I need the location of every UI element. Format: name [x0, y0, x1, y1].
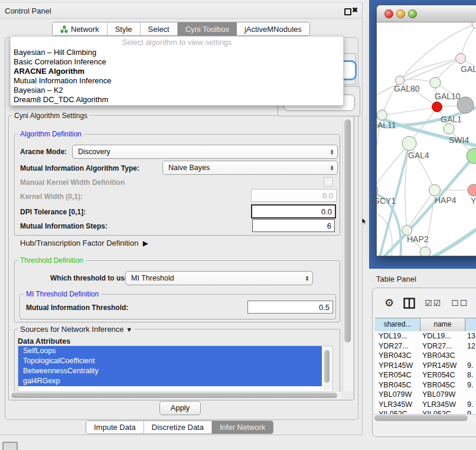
table-row[interactable]: YBR045CYBR045C9. [375, 380, 476, 390]
mi-steps-field[interactable] [252, 219, 335, 232]
tab-style[interactable]: Style [107, 22, 141, 35]
bottom-left-corner-icon[interactable] [2, 442, 18, 450]
aracne-mode-label: Aracne Mode: [20, 148, 67, 156]
network-window-titlebar[interactable] [377, 5, 476, 22]
tab-jactivemnodules[interactable]: jActiveMNodules [237, 22, 309, 35]
node-hap2[interactable] [402, 226, 412, 236]
mouse-cursor [361, 217, 367, 226]
table-panel-title: Table Panel [376, 275, 416, 283]
algorithm-definition-title: Algorithm Definition [18, 130, 84, 138]
table-row[interactable]: YBL079WYBL079W [375, 390, 476, 400]
node-label-hap2: HAP2 [407, 234, 429, 244]
node-label-gal80: GAL80 [394, 84, 420, 93]
hub-definition-toggle[interactable]: Hub/Transcription Factor Definition ▶ [20, 239, 148, 247]
tab-discretize-data[interactable]: Discretize Data [144, 421, 212, 433]
node-label-swi4: SWI4 [449, 135, 469, 145]
settings-hscrollbar-thumb[interactable] [11, 393, 337, 398]
table-body: YDL19...YDL19...13 YDR27...YDR27...12 YB… [375, 331, 476, 414]
unselect-all-checkboxes-icon[interactable]: ☐☐ [451, 298, 468, 308]
node-swi4[interactable] [444, 123, 454, 134]
node-label-gal2: GAL [461, 64, 476, 74]
edge [407, 190, 435, 230]
dropdown-item-dream8[interactable]: Dream8 DC_TDC Algorithm [11, 95, 343, 105]
combo-spinner-icon: ▲▼ [302, 275, 312, 281]
node[interactable] [472, 22, 476, 29]
dropdown-item-basic-correlation[interactable]: Basic Correlation Inference [11, 57, 343, 67]
dpi-tolerance-label: DPI Tolerance [0,1]: [20, 208, 86, 216]
node-salmon[interactable] [468, 184, 476, 196]
node-gal4[interactable] [402, 136, 416, 151]
gear-icon[interactable]: ⚙ [384, 296, 394, 309]
dpi-tolerance-field[interactable] [251, 204, 336, 219]
which-threshold-combobox[interactable]: MI Threshold ▲▼ [125, 271, 313, 285]
tab-infer-network[interactable]: Infer Network [212, 421, 273, 433]
control-panel-titlebar: Control Panel ✖ [0, 3, 362, 19]
minimize-traffic-light[interactable] [396, 9, 405, 18]
column-header-shared-name[interactable]: shared... [375, 318, 420, 331]
cyni-algorithm-settings-title: Cyni Algorithm Settings [12, 112, 90, 120]
list-scrollbar-thumb[interactable] [324, 350, 330, 383]
tab-cyni-toolbox[interactable]: Cyni Toolbox [178, 22, 237, 35]
control-panel-title: Control Panel [5, 6, 51, 15]
table-row[interactable]: YER054CYER054C8. [375, 370, 476, 380]
tab-select[interactable]: Select [141, 22, 178, 35]
mi-steps-label: Mutual Information Steps: [20, 222, 107, 230]
table-row[interactable]: YIL052CYIL052C9 [375, 409, 476, 414]
columns-icon[interactable] [403, 298, 415, 309]
dropdown-item-mutual-information[interactable]: Mutual Information Inference [11, 76, 343, 86]
list-item-topologicalcoefficient[interactable]: TopologicalCoefficient [18, 356, 322, 366]
list-item-selfloops[interactable]: SelfLoops [18, 346, 322, 356]
table-hscrollbar-thumb[interactable] [374, 415, 468, 421]
node[interactable] [420, 247, 431, 256]
dropdown-item-bayesian-hill-climbing[interactable]: Bayesian – Hill Climbing [11, 48, 343, 57]
kernel-width-label: Kernel Width (0,1): [20, 193, 83, 201]
control-panel-window: Control Panel ✖ Network Style Select Cyn… [0, 2, 363, 435]
bottom-tabbar: Impute Data Discretize Data Infer Networ… [86, 420, 273, 434]
node-gal11[interactable] [377, 110, 387, 120]
node-gal1[interactable] [432, 102, 442, 112]
close-traffic-light[interactable] [384, 9, 393, 18]
kernel-width-field[interactable] [251, 189, 337, 202]
table-row[interactable]: YDL19...YDL19...13 [375, 331, 476, 341]
node-label-gal4: GAL4 [408, 151, 429, 160]
table-row[interactable]: YDR27...YDR27...12 [375, 341, 476, 351]
aracne-mode-combobox[interactable]: Discovery ▲▼ [72, 145, 338, 159]
mi-threshold-label: Mutual Information Threshold: [26, 304, 128, 312]
column-header-3[interactable] [465, 318, 476, 331]
screen: Control Panel ✖ Network Style Select Cyn… [0, 0, 476, 450]
manual-kernel-width-checkbox[interactable] [324, 177, 333, 187]
network-window[interactable] [376, 5, 476, 256]
column-header-name[interactable]: name [420, 318, 465, 331]
float-window-icon[interactable] [344, 8, 351, 15]
mi-algorithm-type-label: Mutual Information Algorithm Type: [20, 164, 139, 172]
node-hap4[interactable] [429, 185, 441, 196]
network-icon [60, 25, 68, 33]
table-panel-window: ⚙ ☑☑ ☐☐ shared... name YDL19...YDL19...1… [372, 288, 476, 437]
edge [382, 107, 437, 115]
tab-impute-data[interactable]: Impute Data [86, 421, 144, 433]
close-icon[interactable]: ✖ [352, 6, 358, 14]
list-item-betweennesscentrality[interactable]: BetweennessCentrality [18, 366, 322, 376]
zoom-traffic-light[interactable] [408, 9, 417, 18]
mi-threshold-definition-title: MI Threshold Definition [24, 290, 101, 298]
mi-algorithm-type-combobox[interactable]: Naive Bayes ▲▼ [162, 161, 338, 175]
list-item-gal4rgexp[interactable]: gal4RGexp [18, 376, 322, 386]
table-row[interactable]: YLR345WYLR345W9. [375, 400, 476, 410]
tab-network[interactable]: Network [53, 22, 107, 35]
select-all-checkboxes-icon[interactable]: ☑☑ [425, 298, 442, 308]
table-row[interactable]: YBR043CYBR043C [375, 351, 476, 361]
node-gal10[interactable] [430, 77, 441, 88]
settings-vscrollbar-thumb[interactable] [344, 119, 351, 343]
table-row[interactable]: YPR145WYPR145W9. [375, 361, 476, 371]
apply-button[interactable]: Apply [159, 401, 201, 415]
algorithm-dropdown-list: Select algorithm to view settings Bayesi… [10, 36, 344, 106]
edge [461, 24, 476, 58]
data-attributes-label: Data Attributes [18, 337, 70, 345]
dropdown-item-aracne[interactable]: ARACNE Algorithm [11, 67, 343, 76]
edge [433, 223, 476, 256]
mi-threshold-field[interactable] [247, 301, 333, 314]
threshold-definition-title: Threshold Definition [18, 256, 86, 265]
node-gal2[interactable] [456, 54, 466, 64]
sources-title-row[interactable]: Sources for Network Inference ▼ [18, 325, 135, 334]
dropdown-item-bayesian-k2[interactable]: Bayesian – K2 [11, 86, 343, 95]
